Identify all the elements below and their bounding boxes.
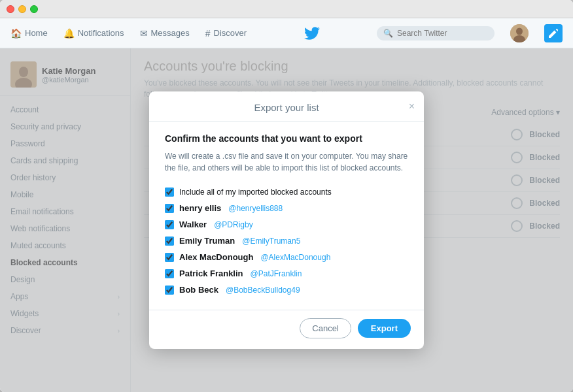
- avatar[interactable]: [510, 24, 529, 42]
- checkbox-input[interactable]: [165, 253, 174, 262]
- navbar: 🏠 Home 🔔 Notifications ✉ Messages # Disc…: [0, 18, 573, 48]
- title-bar: [0, 0, 573, 18]
- search-icon: 🔍: [383, 29, 393, 38]
- checkbox-item: Bob Beck@BobBeckBulldog49: [165, 282, 408, 298]
- minimize-button[interactable]: [18, 5, 26, 13]
- modal-title: Export your list: [254, 102, 319, 113]
- nav-home-label: Home: [25, 28, 48, 38]
- account-handle: @PDRigby: [214, 220, 253, 229]
- account-handle: @PatJFranklin: [251, 269, 302, 278]
- account-name: henry ellis: [179, 203, 221, 213]
- cancel-button[interactable]: Cancel: [300, 318, 351, 338]
- close-button[interactable]: [7, 5, 14, 13]
- checkbox-item: henry ellis@henryellis888: [165, 200, 408, 216]
- main-content: Katie Morgan @katieMorgan AccountSecurit…: [0, 48, 573, 392]
- notifications-icon: 🔔: [63, 28, 75, 39]
- account-handle: @henryellis888: [228, 204, 283, 213]
- checkbox-input[interactable]: [165, 237, 174, 246]
- nav-messages[interactable]: ✉ Messages: [140, 28, 190, 39]
- home-icon: 🏠: [10, 28, 22, 39]
- checkbox-item: Alex MacDonough@AlexMacDonough: [165, 249, 408, 265]
- confirm-description: We will create a .csv file and save it o…: [165, 150, 408, 174]
- messages-icon: ✉: [140, 28, 148, 39]
- search-input[interactable]: [397, 29, 489, 38]
- maximize-button[interactable]: [30, 5, 38, 13]
- account-handle: @EmilyTruman5: [242, 237, 300, 246]
- modal-overlay: Export your list × Confirm the accounts …: [0, 48, 573, 392]
- checkbox-input[interactable]: [165, 220, 174, 229]
- nav-messages-label: Messages: [151, 28, 190, 38]
- modal-header: Export your list ×: [149, 91, 424, 122]
- checkbox-item: Walker@PDRigby: [165, 216, 408, 233]
- nav-discover[interactable]: # Discover: [205, 28, 247, 39]
- confirm-title: Confirm the accounts that you want to ex…: [165, 133, 408, 144]
- twitter-logo: [262, 27, 361, 40]
- account-name: Emily Truman: [179, 236, 235, 246]
- account-name: Walker: [179, 220, 207, 229]
- account-name: Bob Beck: [179, 285, 218, 295]
- checkbox-item: Include all of my imported blocked accou…: [165, 184, 408, 200]
- compose-button[interactable]: [544, 24, 563, 42]
- nav-home[interactable]: 🏠 Home: [10, 28, 48, 39]
- modal-footer: Cancel Export: [149, 310, 424, 349]
- checkbox-item: Patrick Franklin@PatJFranklin: [165, 265, 408, 282]
- nav-discover-label: Discover: [214, 28, 247, 38]
- account-handle: @BobBeckBulldog49: [226, 286, 300, 295]
- checkbox-input[interactable]: [165, 204, 174, 213]
- modal-checkboxes: Include all of my imported blocked accou…: [165, 184, 408, 298]
- svg-point-1: [516, 27, 523, 35]
- export-button[interactable]: Export: [358, 319, 411, 338]
- checkbox-input[interactable]: [165, 188, 174, 197]
- export-modal: Export your list × Confirm the accounts …: [149, 91, 424, 349]
- search-bar[interactable]: 🔍: [377, 26, 495, 41]
- account-name: Patrick Franklin: [179, 269, 243, 278]
- nav-notifications-label: Notifications: [78, 28, 124, 38]
- include-label: Include all of my imported blocked accou…: [179, 188, 332, 197]
- account-handle: @AlexMacDonough: [260, 253, 330, 262]
- app-window: 🏠 Home 🔔 Notifications ✉ Messages # Disc…: [0, 0, 573, 392]
- discover-icon: #: [205, 28, 211, 39]
- modal-body: Confirm the accounts that you want to ex…: [149, 122, 424, 310]
- account-name: Alex MacDonough: [179, 252, 253, 262]
- checkbox-input[interactable]: [165, 286, 174, 295]
- modal-close-button[interactable]: ×: [409, 101, 415, 112]
- nav-notifications[interactable]: 🔔 Notifications: [63, 28, 124, 39]
- checkbox-input[interactable]: [165, 269, 174, 278]
- checkbox-item: Emily Truman@EmilyTruman5: [165, 233, 408, 249]
